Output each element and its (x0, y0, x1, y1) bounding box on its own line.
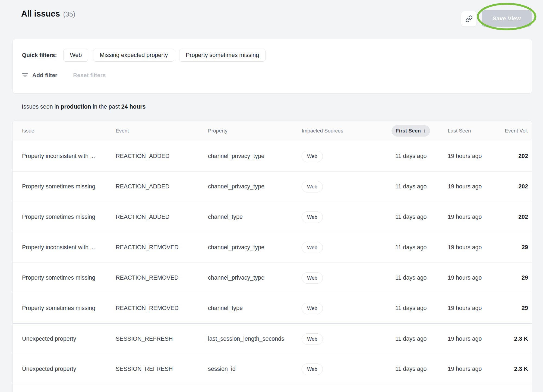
cell-sources: Web (302, 363, 395, 375)
source-pill: Web (302, 272, 323, 284)
summary-middle: in the past (91, 103, 121, 110)
cell-last-seen: 19 hours ago (448, 214, 502, 220)
quick-filter-chip-web[interactable]: Web (63, 49, 88, 62)
table-row[interactable]: Property sometimes missing REACTION_ADDE… (13, 171, 532, 202)
quick-filters-card: Quick filters: Web Missing expected prop… (12, 39, 532, 94)
column-header-event-vol[interactable]: Event Vol. (502, 128, 528, 134)
cell-first-seen: 11 days ago (395, 214, 448, 220)
source-pill: Web (302, 333, 323, 345)
cell-sources: Web (302, 333, 395, 345)
column-header-last-seen[interactable]: Last Seen (448, 128, 502, 134)
cell-first-seen: 11 days ago (395, 183, 448, 190)
issues-table: Issue Event Property Impacted Sources Fi… (12, 120, 532, 392)
cell-event: SESSION_REFRESH (116, 366, 208, 372)
cell-sources: Web (302, 303, 395, 314)
cell-event-vol: 29 (502, 305, 528, 312)
cell-event: REACTION_ADDED (116, 153, 208, 160)
cell-event-vol: 202 (502, 183, 528, 190)
summary-environment: production (61, 103, 91, 110)
sort-descending-icon: ↓ (423, 128, 426, 133)
table-body: Property inconsistent with ... REACTION_… (13, 141, 532, 392)
filter-actions-row: Add filter Reset filters (22, 72, 523, 78)
cell-issue: Property sometimes missing (22, 305, 116, 312)
cell-property: channel_privacy_type (208, 244, 302, 251)
source-pill: Web (302, 303, 323, 314)
table-row[interactable]: Property inconsistent with ... REACTION_… (13, 141, 532, 171)
quick-filters-label: Quick filters: (22, 52, 57, 58)
table-row[interactable]: Property sometimes missing REACTION_ADDE… (13, 202, 532, 232)
cell-property: channel_type (208, 214, 302, 220)
cell-event: REACTION_REMOVED (116, 274, 208, 281)
quick-filter-chip-property-sometimes-missing[interactable]: Property sometimes missing (179, 49, 266, 62)
cell-sources: Web (302, 242, 395, 253)
save-view-button[interactable]: Save View (482, 10, 532, 27)
cell-issue: Property sometimes missing (22, 214, 116, 220)
cell-property: last_session_length_seconds (208, 336, 302, 342)
cell-event-vol: 29 (502, 244, 528, 251)
cell-event: REACTION_ADDED (116, 214, 208, 220)
cell-event: REACTION_REMOVED (116, 244, 208, 251)
table-row[interactable]: Unexpected property SESSION_REFRESH last… (13, 323, 532, 354)
column-header-property[interactable]: Property (208, 128, 302, 134)
add-filter-button[interactable]: Add filter (22, 72, 57, 78)
cell-property: channel_privacy_type (208, 274, 302, 281)
source-pill: Web (302, 151, 323, 162)
cell-last-seen: 19 hours ago (448, 153, 502, 160)
cell-event-vol: 202 (502, 214, 528, 220)
cell-event-vol: 2.3 K (502, 366, 528, 372)
cell-issue: Property inconsistent with ... (22, 244, 116, 251)
active-sort-pill[interactable]: First Seen ↓ (392, 125, 430, 137)
table-row[interactable]: Unexpected property SESSION_REFRESH sess… (13, 354, 532, 384)
table-row[interactable]: Property inconsistent with ... REACTION_… (13, 232, 532, 263)
cell-issue: Property inconsistent with ... (22, 153, 116, 160)
cell-property: session_id (208, 366, 302, 372)
cell-issue: Property sometimes missing (22, 274, 116, 281)
column-header-first-seen[interactable]: First Seen ↓ (395, 125, 448, 137)
cell-sources: Web (302, 211, 395, 223)
cell-last-seen: 19 hours ago (448, 244, 502, 251)
add-filter-label: Add filter (32, 72, 57, 78)
column-header-issue[interactable]: Issue (22, 128, 116, 134)
cell-event: REACTION_REMOVED (116, 305, 208, 312)
cell-property: channel_type (208, 305, 302, 312)
cell-issue: Unexpected property (22, 336, 116, 342)
summary-time-range: 24 hours (121, 103, 146, 110)
copy-link-button[interactable] (461, 11, 477, 27)
table-header-row: Issue Event Property Impacted Sources Fi… (13, 121, 532, 141)
cell-last-seen: 19 hours ago (448, 183, 502, 190)
table-row[interactable]: Property sometimes missing REACTION_REMO… (13, 263, 532, 293)
cell-event: REACTION_ADDED (116, 183, 208, 190)
cell-sources: Web (302, 181, 395, 192)
cell-last-seen: 19 hours ago (448, 274, 502, 281)
reset-filters-button[interactable]: Reset filters (73, 72, 106, 78)
cell-last-seen: 19 hours ago (448, 305, 502, 312)
cell-first-seen: 11 days ago (395, 153, 448, 160)
cell-first-seen: 11 days ago (395, 366, 448, 372)
table-row[interactable]: Property sometimes missing REACTION_REMO… (13, 293, 532, 323)
cell-event: SESSION_REFRESH (116, 336, 208, 342)
column-header-event[interactable]: Event (116, 128, 208, 134)
source-pill: Web (302, 181, 323, 192)
column-header-impacted-sources[interactable]: Impacted Sources (302, 128, 395, 134)
page-header: All issues (35) (21, 9, 75, 19)
filter-lines-icon (22, 72, 28, 78)
cell-first-seen: 11 days ago (395, 336, 448, 342)
cell-issue: Property sometimes missing (22, 183, 116, 190)
quick-filters-row: Quick filters: Web Missing expected prop… (22, 49, 523, 62)
source-pill: Web (302, 242, 323, 253)
cell-property: channel_privacy_type (208, 183, 302, 190)
cell-first-seen: 11 days ago (395, 244, 448, 251)
cell-property: channel_privacy_type (208, 153, 302, 160)
link-icon (465, 15, 473, 23)
cell-last-seen: 19 hours ago (448, 366, 502, 372)
cell-event-vol: 29 (502, 274, 528, 281)
issues-summary: Issues seen in production in the past 24… (22, 103, 146, 110)
cell-issue: Unexpected property (22, 366, 116, 372)
source-pill: Web (302, 211, 323, 223)
cell-first-seen: 11 days ago (395, 305, 448, 312)
summary-prefix: Issues seen in (22, 103, 61, 110)
source-pill: Web (302, 363, 323, 375)
cell-sources: Web (302, 151, 395, 162)
quick-filter-chip-missing-expected-property[interactable]: Missing expected property (93, 49, 174, 62)
page-title: All issues (21, 9, 60, 19)
